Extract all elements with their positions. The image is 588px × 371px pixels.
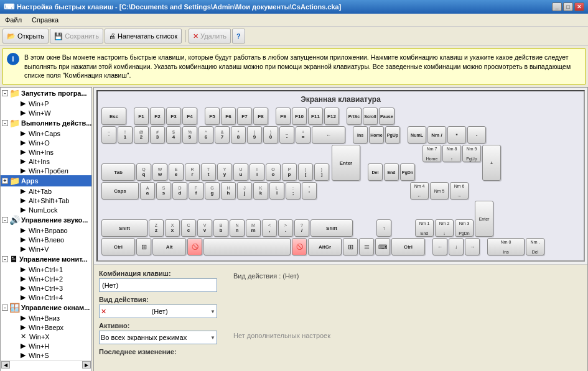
key-f4[interactable]: F4 [182, 108, 197, 125]
expand-icon-4[interactable]: - [2, 217, 8, 223]
key-del[interactable]: Del [368, 163, 383, 181]
key-win-right-badge[interactable]: 🚫 [292, 238, 307, 255]
key-num9[interactable]: Nm 9PgUp [462, 145, 481, 162]
key-w[interactable]: Ww [152, 163, 167, 181]
open-button[interactable]: 📂 Открыть [2, 29, 49, 44]
key-num4[interactable]: Nm 4← [410, 182, 429, 199]
key-num-dot[interactable]: Nm .Del [526, 238, 544, 255]
key-f7[interactable]: F7 [237, 108, 252, 125]
key-num7[interactable]: Nm 7Home [422, 145, 441, 162]
key-f2[interactable]: F2 [150, 108, 165, 125]
tree-item-winw[interactable]: ▶ Win+W [1, 108, 91, 117]
action-select[interactable]: ✕ (Нет) ▼ [99, 305, 217, 318]
key-9[interactable]: (9 [247, 126, 262, 144]
key-space[interactable] [203, 238, 291, 255]
scroll-right-button[interactable]: ▶ [82, 361, 91, 369]
active-select[interactable]: Во всех экранных режимах ▼ [99, 331, 217, 344]
key-ins[interactable]: Ins [353, 126, 368, 144]
help-button[interactable]: ? [232, 29, 245, 44]
key-f10[interactable]: F10 [292, 108, 307, 125]
key-7[interactable]: &7 [215, 126, 230, 144]
key-slash[interactable]: ?/ [294, 219, 309, 237]
tree-group-launch[interactable]: - 📁 Запустить програ... [1, 88, 91, 99]
menu-help[interactable]: Справка [27, 15, 63, 25]
key-o[interactable]: Oo [266, 163, 281, 181]
tree-item-winctrl2[interactable]: ▶ Win+Ctrl+2 [1, 274, 91, 283]
key-pgup[interactable]: PgUp [385, 126, 400, 144]
key-x[interactable]: Xx [165, 219, 180, 237]
key-menu[interactable]: ☰ [359, 238, 374, 255]
expand-icon-3[interactable]: + [2, 178, 8, 184]
key-period[interactable]: >. [278, 219, 293, 237]
expand-icon-2[interactable]: - [2, 120, 8, 126]
key-l[interactable]: Ll [269, 182, 284, 199]
tree-item-winp[interactable]: ▶ Win+P [1, 99, 91, 108]
key-arrow-left[interactable]: ← [432, 238, 447, 255]
key-backtick[interactable]: ~` [101, 126, 116, 144]
tree-group-apps[interactable]: + 📁 Apps [1, 175, 91, 186]
key-arrow-up[interactable]: ↑ [376, 219, 391, 237]
minimize-button[interactable]: _ [552, 2, 562, 11]
key-f8[interactable]: F8 [253, 108, 268, 125]
key-v[interactable]: Vv [197, 219, 212, 237]
key-f1[interactable]: F1 [134, 108, 149, 125]
print-button[interactable]: 🖨 Напечатать список [105, 29, 182, 44]
tree-group-monitor[interactable]: - 🖥 Управление монит... [1, 254, 91, 265]
key-z[interactable]: Zz [149, 219, 164, 237]
tree-item-wino[interactable]: ▶ Win+O [1, 138, 91, 147]
key-0[interactable]: )0 [263, 126, 278, 144]
key-ctrl-left[interactable]: Ctrl [101, 238, 135, 255]
expand-icon-5[interactable]: - [2, 256, 8, 262]
key-open-bracket[interactable]: {[ [298, 163, 313, 181]
key-alt-left[interactable]: Alt [152, 238, 186, 255]
key-esc[interactable]: Esc [101, 108, 126, 125]
tree-item-numlock[interactable]: ▶ NumLock [1, 205, 91, 214]
key-r[interactable]: Rr [185, 163, 200, 181]
tree-group-sound[interactable]: - 🔊 Управление звуко... [1, 214, 91, 226]
scroll-left-button[interactable]: ◀ [1, 361, 10, 369]
key-f3[interactable]: F3 [166, 108, 181, 125]
key-pause[interactable]: Pause [379, 108, 394, 125]
key-arrow-right[interactable]: → [465, 238, 480, 255]
key-8[interactable]: *8 [231, 126, 246, 144]
key-f11[interactable]: F11 [308, 108, 323, 125]
key-d[interactable]: Dd [172, 182, 187, 199]
key-1[interactable]: !1 [118, 126, 133, 144]
key-comma[interactable]: <, [262, 219, 277, 237]
key-prtsc[interactable]: PrtSc [347, 108, 362, 125]
key-home[interactable]: Home [369, 126, 384, 144]
key-c[interactable]: Cc [181, 219, 196, 237]
key-num-enter[interactable]: Enter [475, 201, 493, 237]
key-h[interactable]: Hh [221, 182, 236, 199]
key-num3[interactable]: Nm 3PgDn [455, 219, 474, 237]
key-num1[interactable]: Nm 1End [415, 219, 434, 237]
tree-item-wincaps[interactable]: ▶ Win+Caps [1, 129, 91, 138]
key-a[interactable]: Aa [140, 182, 155, 199]
key-f5[interactable]: F5 [205, 108, 220, 125]
tree-item-alttab[interactable]: ▶ Alt+Tab [1, 186, 91, 196]
key-num-multiply[interactable]: * [447, 126, 466, 144]
key-num2[interactable]: Nm 2↓ [435, 219, 454, 237]
tree-item-winx[interactable]: ✕ Win+X [1, 332, 91, 341]
key-tab[interactable]: Tab [101, 163, 135, 181]
key-e[interactable]: Ee [169, 163, 184, 181]
key-f6[interactable]: F6 [221, 108, 236, 125]
key-6[interactable]: ^6 [198, 126, 213, 144]
key-f12[interactable]: F12 [324, 108, 339, 125]
key-s[interactable]: Ss [156, 182, 171, 199]
tree-item-altshifttab[interactable]: ▶ Alt+Shift+Tab [1, 196, 91, 205]
action-dropdown-arrow[interactable]: ▼ [210, 309, 215, 314]
key-f[interactable]: Ff [189, 182, 203, 199]
tree-item-winleft[interactable]: ▶ Win+Влево [1, 235, 91, 244]
key-n[interactable]: Nn [230, 219, 245, 237]
key-keyboard-icon[interactable]: ⌨ [375, 238, 390, 255]
key-i[interactable]: Ii [250, 163, 264, 181]
key-2[interactable]: @2 [134, 126, 149, 144]
key-4[interactable]: $4 [166, 126, 181, 144]
key-end[interactable]: End [384, 163, 399, 181]
key-backspace[interactable]: ← [312, 126, 345, 144]
combo-input[interactable] [99, 278, 217, 292]
key-num6[interactable]: Nm 6→ [450, 182, 469, 199]
key-k[interactable]: Kk [253, 182, 268, 199]
key-caps[interactable]: Caps [101, 182, 139, 199]
